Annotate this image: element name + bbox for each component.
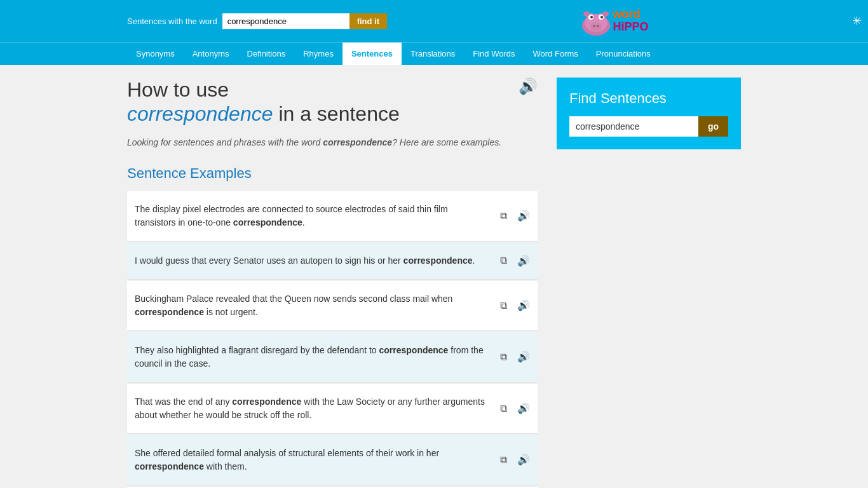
section-title: Sentence Examples: [127, 165, 538, 182]
table-row: The display pixel electrodes are connect…: [127, 191, 538, 241]
svg-point-11: [593, 25, 595, 27]
sentence-actions: ⧉ 🔊: [498, 297, 538, 314]
copy-icon[interactable]: ⧉: [498, 400, 510, 417]
find-it-button[interactable]: find it: [349, 13, 387, 29]
sound-icon[interactable]: 🔊: [519, 78, 538, 95]
description: Looking for sentences and phrases with t…: [127, 136, 538, 149]
sentence-bold-word: correspondence: [233, 217, 302, 227]
nav-item-find-words[interactable]: Find Words: [464, 43, 524, 65]
sentence-actions: ⧉ 🔊: [498, 451, 538, 468]
logo-word: word: [613, 8, 649, 21]
find-sentences-box: Find Sentences go: [557, 78, 741, 149]
sentences-list: The display pixel electrodes are connect…: [127, 191, 538, 488]
svg-point-12: [597, 25, 599, 27]
logo-hippo: HiPPO: [613, 21, 649, 34]
sentence-actions: ⧉ 🔊: [498, 348, 538, 365]
page-title: How to use correspondence in a sentence: [127, 78, 400, 126]
sentence-sound-icon[interactable]: 🔊: [515, 252, 532, 269]
sentence-actions: ⧉ 🔊: [498, 207, 538, 224]
sentence-sound-icon[interactable]: 🔊: [515, 348, 532, 365]
svg-point-10: [590, 22, 602, 31]
svg-point-9: [602, 11, 609, 17]
logo-hippo-icon: [578, 5, 613, 37]
sentence-bold-word: correspondence: [135, 461, 204, 471]
sentence-text: Buckingham Palace revealed that the Quee…: [127, 287, 498, 324]
content-area: How to use correspondence in a sentence …: [127, 78, 557, 488]
copy-icon[interactable]: ⧉: [498, 349, 510, 365]
sentence-sound-icon[interactable]: 🔊: [515, 297, 532, 314]
sentence-bold-word: correspondence: [379, 345, 448, 355]
nav-bar: Synonyms Antonyms Definitions Rhymes Sen…: [0, 42, 868, 65]
logo-area: word HiPPO: [578, 5, 661, 37]
title-before: How to use: [127, 78, 229, 101]
sentence-text: She offered detailed formal analysis of …: [127, 442, 498, 478]
sentence-bold-word: correspondence: [135, 307, 204, 317]
svg-point-8: [583, 11, 590, 17]
nav-item-translations[interactable]: Translations: [402, 43, 464, 65]
header-search-input[interactable]: [222, 13, 349, 29]
table-row: They also highlighted a flagrant disrega…: [127, 332, 538, 383]
sidebar: Find Sentences go: [557, 78, 741, 488]
find-sentences-title: Find Sentences: [569, 90, 728, 107]
copy-icon[interactable]: ⧉: [498, 208, 510, 224]
table-row: I would guess that every Senator uses an…: [127, 243, 538, 280]
table-row: That was the end of any correspondence w…: [127, 384, 538, 434]
copy-icon[interactable]: ⧉: [498, 297, 510, 314]
find-sentences-input-row: go: [569, 116, 728, 137]
nav-item-sentences[interactable]: Sentences: [342, 43, 402, 65]
sentence-actions: ⧉ 🔊: [498, 252, 538, 269]
table-row: She offered detailed formal analysis of …: [127, 435, 538, 485]
asterisk-icon: ✳: [852, 14, 868, 28]
sentence-text: I would guess that every Senator uses an…: [127, 249, 498, 273]
sentence-actions: ⧉ 🔊: [498, 400, 538, 417]
sentence-sound-icon[interactable]: 🔊: [515, 451, 532, 468]
sentence-bold-word: correspondence: [403, 255, 473, 266]
nav-item-antonyms[interactable]: Antonyms: [184, 43, 238, 65]
main-container: How to use correspondence in a sentence …: [0, 65, 868, 488]
sentence-sound-icon[interactable]: 🔊: [515, 400, 532, 417]
svg-point-6: [590, 16, 593, 18]
header-search: Sentences with the word find it: [0, 13, 387, 29]
go-button[interactable]: go: [698, 116, 728, 137]
title-row: How to use correspondence in a sentence …: [127, 78, 538, 136]
header-label: Sentences with the word: [127, 17, 217, 26]
nav-item-pronunciations[interactable]: Pronunciations: [587, 43, 660, 65]
header-bar: Sentences with the word find it word HiP…: [0, 0, 868, 42]
sentence-sound-icon[interactable]: 🔊: [515, 207, 532, 224]
sentence-text: The display pixel electrodes are connect…: [127, 198, 498, 234]
nav-item-definitions[interactable]: Definitions: [238, 43, 295, 65]
sentence-bold-word: correspondence: [232, 396, 301, 407]
copy-icon[interactable]: ⧉: [498, 452, 510, 468]
copy-icon[interactable]: ⧉: [498, 252, 510, 269]
find-sentences-input[interactable]: [569, 116, 698, 137]
title-after: in a sentence: [278, 102, 399, 125]
svg-point-7: [600, 16, 603, 18]
sentence-text: That was the end of any correspondence w…: [127, 390, 498, 427]
sentence-text: They also highlighted a flagrant disrega…: [127, 339, 498, 376]
title-word: correspondence: [127, 102, 273, 125]
nav-item-word-forms[interactable]: Word Forms: [524, 43, 587, 65]
table-row: Buckingham Palace revealed that the Quee…: [127, 281, 538, 331]
nav-item-rhymes[interactable]: Rhymes: [294, 43, 342, 65]
description-word: correspondence: [323, 137, 392, 147]
nav-item-synonyms[interactable]: Synonyms: [127, 43, 184, 65]
